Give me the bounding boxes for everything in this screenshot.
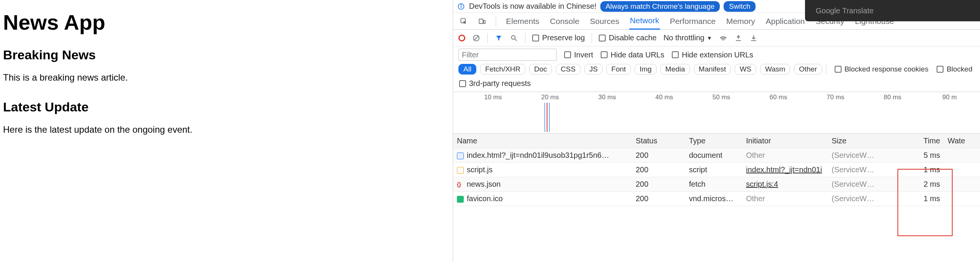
chip-js[interactable]: JS [584, 64, 603, 75]
cell-initiator[interactable]: index.html?_ijt=ndn01i [742, 165, 828, 174]
cell-status: 200 [632, 151, 685, 160]
column-header-size[interactable]: Size [828, 137, 887, 145]
chip-font[interactable]: Font [606, 64, 631, 75]
tab-console[interactable]: Console [549, 13, 580, 29]
invert-label: Invert [574, 51, 593, 59]
google-translate-popup[interactable]: Google Translate [805, 0, 980, 21]
network-timeline[interactable]: 10 ms20 ms30 ms40 ms50 ms60 ms70 ms80 ms… [453, 92, 980, 134]
tab-application[interactable]: Application [765, 13, 806, 29]
checkbox-icon [937, 66, 943, 73]
svg-line-7 [474, 36, 479, 40]
timeline-marker [549, 103, 550, 132]
network-table-header[interactable]: NameStatusTypeInitiatorSizeTimeWate [453, 134, 980, 148]
record-button[interactable] [458, 35, 465, 41]
divider [487, 33, 488, 43]
device-toolbar-icon[interactable] [477, 17, 487, 26]
preserve-log-checkbox[interactable]: Preserve log [532, 33, 585, 42]
search-icon[interactable] [510, 34, 518, 42]
column-header-type[interactable]: Type [685, 137, 742, 145]
clear-icon[interactable] [472, 34, 480, 42]
script-icon [457, 167, 464, 174]
timeline-tick: 30 ms [579, 94, 636, 101]
tab-memory[interactable]: Memory [725, 13, 756, 29]
hide-data-urls-checkbox[interactable]: Hide data URLs [601, 51, 664, 59]
cell-initiator: Other [742, 151, 828, 160]
cell-name: favicon.ico [453, 194, 632, 203]
timeline-tick: 20 ms [522, 94, 579, 101]
filter-input[interactable]: Filter [458, 49, 557, 61]
divider [525, 33, 525, 43]
chip-img[interactable]: Img [635, 64, 657, 75]
column-header-wate[interactable]: Wate [944, 137, 978, 145]
cell-initiator[interactable]: script.js:4 [742, 180, 828, 189]
cell-type: script [685, 165, 742, 174]
chip-manifest[interactable]: Manifest [694, 64, 731, 75]
tab-sources[interactable]: Sources [589, 13, 620, 29]
cell-size: (ServiceW… [828, 180, 887, 189]
chevron-down-icon: ▼ [707, 35, 712, 41]
chip-all[interactable]: All [458, 64, 476, 75]
tab-elements[interactable]: Elements [505, 13, 540, 29]
network-request-row[interactable]: script.js200scriptindex.html?_ijt=ndn01i… [453, 163, 980, 177]
cell-type: document [685, 151, 742, 160]
chip-fetch-xhr[interactable]: Fetch/XHR [480, 64, 525, 75]
network-request-row[interactable]: index.html?_ijt=ndn01il9usob31pg1r5n6…20… [453, 148, 980, 163]
always-match-language-button[interactable]: Always match Chrome's language [600, 1, 720, 12]
chip-ws[interactable]: WS [735, 64, 756, 75]
export-har-icon[interactable] [749, 34, 758, 42]
network-filter-bar: Filter Invert Hide data URLs Hide extens… [453, 46, 980, 63]
cell-size: (ServiceW… [828, 194, 887, 203]
throttling-value: No throttling [663, 33, 705, 42]
network-table: NameStatusTypeInitiatorSizeTimeWate inde… [453, 134, 980, 206]
disable-cache-checkbox[interactable]: Disable cache [599, 33, 657, 42]
section-latest-update: Latest Update [3, 100, 450, 114]
cell-status: 200 [632, 180, 685, 189]
chip-doc[interactable]: Doc [529, 64, 552, 75]
cell-type: fetch [685, 180, 742, 189]
tab-network[interactable]: Network [629, 13, 660, 30]
blocked-requests-checkbox[interactable]: Blocked [937, 65, 972, 73]
cell-time: 5 ms [887, 151, 944, 160]
inspect-element-icon[interactable] [459, 17, 468, 26]
import-har-icon[interactable] [734, 34, 743, 42]
hide-extension-urls-checkbox[interactable]: Hide extension URLs [672, 51, 753, 59]
timeline-marker [544, 103, 545, 132]
column-header-name[interactable]: Name [453, 137, 632, 145]
checkbox-icon [835, 66, 842, 73]
tab-performance[interactable]: Performance [669, 13, 716, 29]
column-header-initiator[interactable]: Initiator [742, 137, 828, 145]
cell-name: script.js [453, 165, 632, 174]
network-request-row[interactable]: favicon.ico200vnd.micros…Other(ServiceW…… [453, 192, 980, 206]
network-conditions-icon[interactable] [719, 34, 727, 42]
network-toolbar: Preserve log Disable cache No throttling… [453, 30, 980, 46]
chip-wasm[interactable]: Wasm [760, 64, 790, 75]
hide-data-urls-label: Hide data URLs [611, 51, 664, 59]
timeline-tick: 60 ms [750, 94, 807, 101]
column-header-time[interactable]: Time [887, 137, 944, 145]
checkbox-icon [672, 51, 679, 58]
blocked-response-cookies-checkbox[interactable]: Blocked response cookies [835, 65, 929, 73]
divider [592, 33, 592, 43]
column-header-status[interactable]: Status [632, 137, 685, 145]
checkbox-icon [532, 35, 539, 41]
chip-media[interactable]: Media [660, 64, 690, 75]
latest-update-text: Here is the latest update on the ongoing… [3, 124, 450, 135]
google-translate-label: Google Translate [816, 6, 873, 15]
checkbox-icon [599, 35, 606, 41]
chip-css[interactable]: CSS [556, 64, 581, 75]
cell-time: 1 ms [887, 194, 944, 203]
filter-icon[interactable] [495, 34, 503, 42]
switch-language-button[interactable]: Switch [724, 1, 756, 12]
document-icon [457, 152, 464, 159]
throttling-select[interactable]: No throttling ▼ [663, 33, 712, 42]
section-breaking-news: Breaking News [3, 48, 450, 62]
third-party-checkbox[interactable]: 3rd-party requests [459, 79, 974, 88]
network-request-row[interactable]: {}news.json200fetchscript.js:4(ServiceW…… [453, 177, 980, 192]
chip-other[interactable]: Other [794, 64, 822, 75]
invert-checkbox[interactable]: Invert [564, 51, 593, 59]
svg-point-2 [461, 5, 461, 5]
cell-type: vnd.micros… [685, 194, 742, 203]
checkbox-icon [459, 80, 466, 87]
blocked-response-cookies-checkbox-label: Blocked response cookies [845, 65, 929, 73]
cell-name: {}news.json [453, 180, 632, 189]
